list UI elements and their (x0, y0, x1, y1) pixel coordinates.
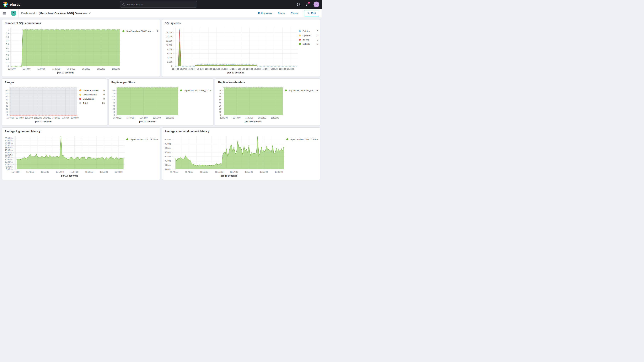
svg-text:10.00ms: 10.00ms (5, 163, 12, 166)
user-avatar[interactable]: r (314, 2, 319, 7)
global-search[interactable] (120, 1, 197, 8)
svg-text:10,000: 10,000 (166, 44, 172, 46)
legend-item[interactable]: Updates0 (299, 33, 318, 38)
legend-item[interactable]: Unavailable0 (79, 97, 105, 101)
clone-button[interactable]: Clone (291, 12, 298, 15)
svg-text:15:58:00: 15:58:00 (271, 68, 278, 70)
svg-text:0.9: 0.9 (6, 32, 9, 34)
svg-text:30: 30 (219, 105, 222, 107)
svg-text:15:58:00: 15:58:00 (100, 171, 108, 173)
share-button[interactable]: Share (278, 12, 285, 15)
svg-text:0.3: 0.3 (6, 54, 9, 56)
svg-text:16:00:00: 16:00:00 (115, 171, 123, 173)
legend-value: 89 (207, 89, 212, 92)
svg-text:12,000: 12,000 (166, 40, 172, 42)
svg-text:70: 70 (6, 92, 8, 95)
svg-text:15:54:00: 15:54:00 (238, 68, 245, 70)
svg-text:16:00:00: 16:00:00 (71, 116, 79, 119)
svg-text:0.25ms: 0.25ms (164, 147, 171, 149)
brand-name: elastic (10, 2, 20, 6)
svg-text:80: 80 (112, 89, 115, 92)
svg-text:15:53:00: 15:53:00 (230, 68, 236, 70)
legend-dot-icon (286, 138, 288, 140)
legend-label: Updates (302, 34, 311, 36)
svg-text:4,000: 4,000 (167, 56, 172, 59)
svg-text:30.00ms: 30.00ms (5, 154, 12, 156)
legend-item[interactable]: Underreplicated0 (79, 88, 105, 92)
svg-text:15:51:00: 15:51:00 (213, 68, 220, 70)
legend-value: 0.26ms (309, 138, 318, 140)
breadcrumb-dashboard-link[interactable]: Dashboard (21, 12, 35, 15)
panel-title: Number of SQL connections (4, 21, 158, 25)
svg-text:55.00ms: 55.00ms (5, 142, 12, 144)
svg-text:1: 1 (8, 28, 9, 31)
legend-item[interactable]: http://localhost:8080/_stat...1 (122, 29, 158, 33)
svg-text:15:52:00: 15:52:00 (246, 116, 253, 119)
edit-button[interactable]: ✎ Edit (304, 10, 319, 16)
breadcrumb: Dashboard / [Metricbeat CockroachDB] Ove… (21, 12, 91, 15)
chart-p1: 10.90.80.70.60.50.40.30.20.1015:46:0015:… (4, 25, 122, 75)
elastic-logo-icon (3, 2, 8, 7)
legend-value: 1 (155, 30, 158, 32)
legend-item[interactable]: http://localhost:8080/_sta...89 (180, 88, 211, 92)
svg-text:20: 20 (112, 108, 115, 110)
svg-text:0: 0 (171, 65, 172, 67)
full-screen-button[interactable]: Full screen (258, 12, 272, 15)
svg-text:15:46:00: 15:46:00 (8, 68, 16, 70)
svg-text:15:56:00: 15:56:00 (85, 171, 93, 173)
legend-item[interactable]: Total89 (79, 101, 105, 105)
legend-value: 89 (314, 89, 318, 92)
svg-text:0.15ms: 0.15ms (164, 155, 171, 158)
dashboard-grid: Number of SQL connections10.90.80.70.60.… (0, 18, 322, 181)
svg-text:15:56:00: 15:56:00 (254, 68, 261, 70)
whats-new-icon[interactable] (305, 2, 309, 6)
legend: http://localhost:8080...0.26ms (286, 134, 318, 178)
legend-item[interactable]: Deletes0 (299, 29, 318, 33)
svg-text:15:46:00: 15:46:00 (113, 116, 121, 119)
svg-text:2,000: 2,000 (167, 61, 172, 63)
svg-text:15:54:00: 15:54:00 (230, 171, 238, 173)
legend-dot-icon (299, 34, 301, 36)
svg-text:15:54:00: 15:54:00 (70, 171, 78, 173)
svg-text:15:48:00: 15:48:00 (16, 116, 24, 119)
chart-p5: 8070605040302010015:46:0015:49:0015:52:0… (217, 84, 285, 124)
svg-text:15:54:00: 15:54:00 (43, 116, 51, 119)
svg-text:15:57:00: 15:57:00 (262, 68, 269, 70)
svg-text:40: 40 (112, 102, 115, 104)
svg-text:15:47:00: 15:47:00 (180, 68, 187, 70)
legend-dot-icon (79, 98, 81, 100)
svg-text:40.00ms: 40.00ms (5, 149, 12, 151)
legend-label: Inserts (302, 38, 309, 41)
svg-text:10: 10 (112, 111, 115, 113)
menu-toggle-icon[interactable] (0, 9, 9, 18)
svg-text:15:55:00: 15:55:00 (258, 116, 266, 119)
svg-text:15:52:00: 15:52:00 (52, 68, 60, 70)
elastic-brand[interactable]: elastic (3, 2, 20, 7)
legend-item[interactable]: http://localhost:8080...0.26ms (286, 137, 318, 142)
dashboard-app-badge[interactable]: D (11, 11, 16, 16)
legend-label: Underreplicated (83, 89, 98, 92)
legend-item[interactable]: Overreplicated0 (79, 92, 105, 97)
svg-text:30: 30 (6, 105, 8, 107)
legend-item[interactable]: http://localhost:8080/_sta...89 (285, 88, 318, 92)
svg-text:15:52:00: 15:52:00 (56, 171, 64, 173)
svg-text:15:50:00: 15:50:00 (200, 171, 208, 173)
legend-label: http://localhost:8080/_stat... (126, 30, 153, 32)
legend-dot-icon (299, 39, 301, 41)
svg-text:per 10 seconds: per 10 seconds (139, 120, 156, 123)
legend-dot-icon (285, 90, 287, 91)
chart-p2: 16,00014,00012,00010,0008,0006,0004,0002… (164, 25, 299, 75)
legend-item[interactable]: Selects0 (299, 42, 318, 46)
svg-text:60: 60 (6, 96, 8, 98)
panel-p4: Replicas per Store8070605040302010015:46… (108, 78, 214, 126)
legend-value: 0 (315, 43, 318, 45)
help-icon[interactable] (296, 2, 300, 6)
svg-text:80: 80 (219, 89, 222, 92)
chart-p4: 8070605040302010015:46:0015:49:0015:52:0… (111, 84, 180, 124)
svg-text:40: 40 (219, 102, 222, 104)
legend-item[interactable]: Inserts0 (299, 38, 318, 42)
search-input[interactable] (127, 3, 195, 6)
svg-text:15:49:00: 15:49:00 (197, 68, 204, 70)
legend-item[interactable]: http://localhost:808...22.74ms (126, 137, 158, 142)
svg-text:15:59:00: 15:59:00 (279, 68, 286, 70)
